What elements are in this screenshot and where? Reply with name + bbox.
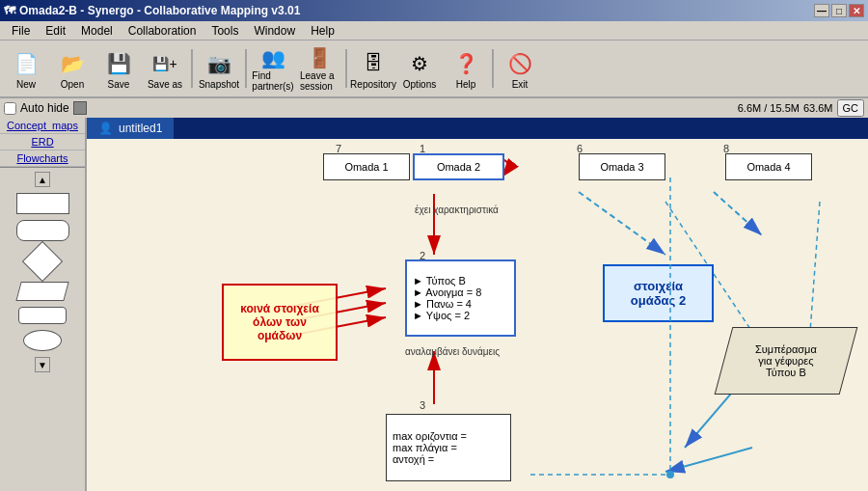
leavesession-button[interactable]: 🚪 Leave a session xyxy=(297,42,341,95)
menu-help[interactable]: Help xyxy=(303,22,342,40)
save-icon: 💾 xyxy=(103,48,134,79)
shapes-panel: ▲ ▼ xyxy=(0,168,85,491)
autohide-pin-icon[interactable] xyxy=(73,101,87,115)
svg-line-9 xyxy=(714,192,762,235)
total-memory: 63.6M xyxy=(803,102,833,114)
detail-line3: ► Πανω = 4 xyxy=(413,298,472,310)
snapshot-button[interactable]: 📷 Snapshot xyxy=(197,42,241,95)
help-icon: ❓ xyxy=(450,48,481,79)
node-omada1[interactable]: Omada 1 xyxy=(323,153,410,180)
node-summary[interactable]: Συμπέρασμαγια γέφυρεςΤύπου Β xyxy=(715,327,858,395)
num-3: 3 xyxy=(420,399,425,411)
node-omada2[interactable]: Omada 2 xyxy=(413,153,504,180)
bottom-line1: max οριζοντια = xyxy=(393,430,467,442)
detail-line1: ► Τύπος Β xyxy=(413,275,466,286)
options-button[interactable]: ⚙ Options xyxy=(397,42,442,95)
shape-small-rect[interactable] xyxy=(18,307,67,324)
minimize-button[interactable]: — xyxy=(814,4,829,17)
svg-line-13 xyxy=(665,448,752,472)
autohide-bar: Auto hide xyxy=(0,98,91,118)
help-button[interactable]: ❓ Help xyxy=(444,42,488,95)
options-icon: ⚙ xyxy=(404,48,435,79)
annotation-common[interactable]: κοινά στοιχείαόλων τωνομάδων xyxy=(222,284,338,361)
options-label: Options xyxy=(403,79,436,90)
annotation-group2[interactable]: στοιχείαομάδας 2 xyxy=(603,264,714,322)
svg-line-12 xyxy=(810,202,820,332)
node-bottom[interactable]: max οριζοντια = max πλάγια = αντοχή = xyxy=(386,414,511,481)
snapshot-label: Snapshot xyxy=(199,79,239,90)
exit-button[interactable]: 🚫 Exit xyxy=(498,42,542,95)
menu-model[interactable]: Model xyxy=(73,22,121,40)
bottom-line2: max πλάγια = xyxy=(393,442,457,453)
toolbar: 📄 New 📂 Open 💾 Save 💾+ Save as 📷 Snapsho… xyxy=(0,41,868,98)
maximize-button[interactable]: □ xyxy=(831,4,847,17)
tab-untitled1[interactable]: 👤 untitled1 xyxy=(87,118,174,139)
annotation-group2-text: στοιχείαομάδας 2 xyxy=(631,279,686,308)
node-detail[interactable]: ► Τύπος Β ► Ανοιγμα = 8 ► Πανω = 4 ► Υψο… xyxy=(405,259,516,337)
memory-usage: 6.6M / 15.5M xyxy=(738,102,800,114)
menu-tools[interactable]: Tools xyxy=(203,22,246,40)
findpartner-button[interactable]: 👥 Find partner(s) xyxy=(251,42,295,95)
node-omada3[interactable]: Omada 3 xyxy=(579,153,665,180)
detail-line4: ► Υψος = 2 xyxy=(413,310,470,321)
node-omada4[interactable]: Omada 4 xyxy=(725,153,812,180)
exit-label: Exit xyxy=(512,79,529,90)
tab-flowcharts[interactable]: Flowcharts xyxy=(0,150,85,167)
exit-icon: 🚫 xyxy=(504,48,535,79)
shape-ellipse[interactable] xyxy=(23,330,62,351)
save-button[interactable]: 💾 Save xyxy=(96,42,141,95)
menubar: File Edit Model Collaboration Tools Wind… xyxy=(0,21,868,41)
omada3-label: Omada 3 xyxy=(600,161,643,173)
open-label: Open xyxy=(61,79,84,90)
tab-erd[interactable]: ERD xyxy=(0,134,85,150)
statusbar: 6.6M / 15.5M 63.6M GC xyxy=(734,98,868,118)
open-icon: 📂 xyxy=(57,48,88,79)
new-icon: 📄 xyxy=(11,48,41,79)
repository-label: Repository xyxy=(350,79,396,90)
menu-edit[interactable]: Edit xyxy=(38,22,73,40)
scroll-down[interactable]: ▼ xyxy=(35,357,50,372)
saveas-button[interactable]: 💾+ Save as xyxy=(143,42,187,95)
scroll-up[interactable]: ▲ xyxy=(35,172,50,187)
summary-text: Συμπέρασμαγια γέφυρεςΤύπου Β xyxy=(755,343,817,378)
saveas-icon: 💾+ xyxy=(149,48,180,79)
detail-line2: ► Ανοιγμα = 8 xyxy=(413,286,481,298)
autohide-checkbox[interactable] xyxy=(4,102,16,115)
leavesession-icon: 🚪 xyxy=(304,45,335,70)
omada1-label: Omada 1 xyxy=(344,161,388,173)
shape-diamond[interactable] xyxy=(28,247,57,276)
save-label: Save xyxy=(108,79,130,90)
left-panel: Concept_maps ERD Flowcharts ▲ ▼ xyxy=(0,118,87,491)
left-tabs: Concept_maps ERD Flowcharts xyxy=(0,118,85,168)
menu-window[interactable]: Window xyxy=(246,22,303,40)
omada4-label: Omada 4 xyxy=(746,161,790,173)
autohide-label: Auto hide xyxy=(20,101,69,115)
saveas-label: Save as xyxy=(148,79,182,90)
separator-3 xyxy=(345,49,347,88)
tab-bar: 👤 untitled1 xyxy=(87,118,868,139)
shape-parallelogram[interactable] xyxy=(18,282,67,301)
menu-collaboration[interactable]: Collaboration xyxy=(121,22,204,40)
shape-rounded-rectangle[interactable] xyxy=(16,220,69,241)
repository-button[interactable]: 🗄 Repository xyxy=(351,42,395,95)
leavesession-label: Leave a session xyxy=(300,70,339,92)
new-button[interactable]: 📄 New xyxy=(4,42,48,95)
canvas[interactable]: 7 1 6 8 2 3 Omada 1 Omada 2 Omada 3 Omad… xyxy=(87,139,868,491)
help-label: Help xyxy=(456,79,476,90)
findpartner-icon: 👥 xyxy=(258,45,288,70)
shape-rectangle[interactable] xyxy=(16,193,69,214)
close-button[interactable]: ✕ xyxy=(849,4,864,17)
snapshot-icon: 📷 xyxy=(203,48,234,79)
open-button[interactable]: 📂 Open xyxy=(50,42,95,95)
gc-button[interactable]: GC xyxy=(837,99,865,117)
menu-file[interactable]: File xyxy=(4,22,38,40)
edge-label-1: έχει χαρακτηριστικά xyxy=(415,205,499,215)
app-icon: 🗺 xyxy=(4,4,15,17)
separator-1 xyxy=(191,49,193,88)
svg-point-14 xyxy=(666,471,674,478)
tab-concept-maps[interactable]: Concept_maps xyxy=(0,118,85,134)
edge-label-2: αναλαμβάνει δυνάμεις xyxy=(405,346,500,357)
app-title: Omada2-B - Synergo - Collaborative Mappi… xyxy=(19,4,300,17)
new-label: New xyxy=(16,79,36,90)
annotation-common-text: κοινά στοιχείαόλων τωνομάδων xyxy=(240,302,319,342)
